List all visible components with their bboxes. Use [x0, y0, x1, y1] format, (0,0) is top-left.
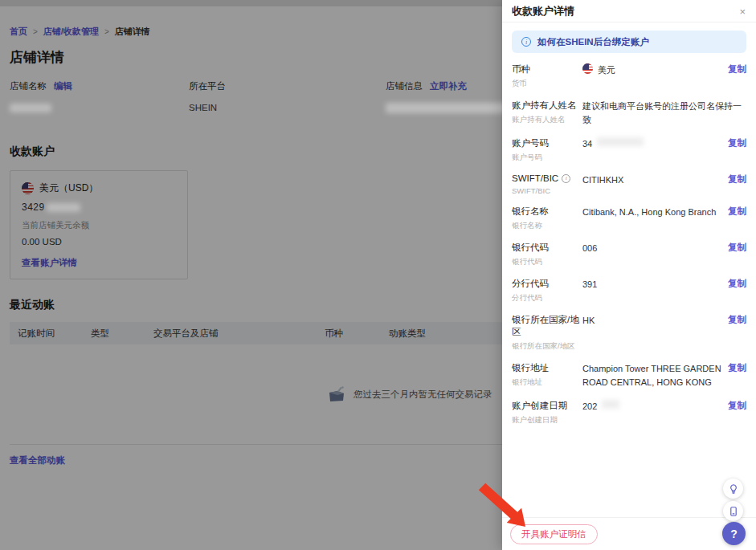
- drawer-footer: 开具账户证明信: [502, 517, 756, 550]
- account-field-value: 美元: [582, 63, 728, 77]
- account-field-label-text: 账户号码: [512, 137, 549, 149]
- account-field-label: 账户创建日期: [512, 400, 582, 412]
- info-icon: i: [521, 37, 531, 47]
- drawer-title: 收款账户详情: [512, 4, 574, 18]
- account-field-row: 账户号码账户号码34复制: [512, 137, 746, 163]
- help-button[interactable]: ?: [722, 522, 746, 545]
- copy-link[interactable]: 复制: [728, 173, 746, 185]
- account-field-labels: 银行代码银行代码: [512, 242, 582, 267]
- help-banner-text: 如何在SHEIN后台绑定账户: [537, 36, 649, 48]
- account-field-row: 账户创建日期账户创建日期202复制: [512, 400, 746, 426]
- account-field-row: 银行代码银行代码006复制: [512, 242, 746, 267]
- copy-link[interactable]: 复制: [728, 206, 746, 218]
- account-field-value-text: 391: [582, 278, 597, 291]
- account-field-label-text: 银行地址: [512, 362, 549, 374]
- account-field-row: SWIFT/BICiSWIFT/BICCITIHKHX复制: [512, 173, 746, 195]
- account-field-label-text: 银行名称: [512, 206, 549, 218]
- redacted-value: [602, 400, 619, 409]
- account-field-labels: 账户持有人姓名账户持有人姓名: [512, 100, 582, 125]
- account-field-sublabel: SWIFT/BIC: [512, 186, 582, 195]
- account-field-row: 银行名称银行名称Citibank, N.A., Hong Kong Branch…: [512, 206, 746, 231]
- account-field-value: Citibank, N.A., Hong Kong Branch: [582, 206, 728, 219]
- account-field-value-text: 34: [582, 137, 592, 151]
- copy-link[interactable]: 复制: [728, 362, 746, 374]
- account-field-labels: 银行地址银行地址: [512, 362, 582, 388]
- account-field-row: 分行代码分行代码391复制: [512, 278, 746, 304]
- account-field-labels: 账户创建日期账户创建日期: [512, 400, 582, 426]
- account-field-row: 币种货币美元复制: [512, 63, 746, 89]
- copy-link[interactable]: 复制: [728, 314, 746, 326]
- account-field-sublabel: 银行所在国家/地区: [512, 341, 582, 352]
- account-field-label: 币种: [512, 63, 582, 75]
- account-field-value-text: Champion Tower THREE GARDEN ROAD CENTRAL…: [582, 362, 723, 389]
- account-field-value: 建议和电商平台账号的注册公司名保持一致: [582, 100, 746, 127]
- account-field-label-text: 银行所在国家/地区: [512, 314, 582, 338]
- account-field-value-text: 202: [582, 400, 597, 414]
- close-icon[interactable]: ×: [739, 6, 746, 17]
- account-field-value: CITIHKHX: [582, 173, 728, 187]
- account-field-value: 006: [582, 242, 728, 255]
- account-field-sublabel: 银行地址: [512, 377, 582, 388]
- account-field-label: 银行地址: [512, 362, 582, 374]
- survey-button[interactable]: [723, 501, 743, 521]
- account-field-row: 银行所在国家/地区银行所在国家/地区HK复制: [512, 314, 746, 352]
- account-field-labels: SWIFT/BICiSWIFT/BIC: [512, 173, 582, 195]
- account-field-row: 账户持有人姓名账户持有人姓名建议和电商平台账号的注册公司名保持一致: [512, 100, 746, 127]
- account-field-value-text: Citibank, N.A., Hong Kong Branch: [582, 206, 716, 219]
- account-field-value: Champion Tower THREE GARDEN ROAD CENTRAL…: [582, 362, 728, 389]
- account-field-label: SWIFT/BICi: [512, 173, 582, 183]
- account-field-row: 银行地址银行地址Champion Tower THREE GARDEN ROAD…: [512, 362, 746, 389]
- account-field-value-text: 006: [582, 242, 597, 255]
- issue-certificate-button[interactable]: 开具账户证明信: [510, 524, 598, 544]
- redacted-value: [597, 137, 644, 146]
- account-field-value-text: CITIHKHX: [582, 173, 623, 187]
- account-field-value: 391: [582, 278, 728, 291]
- account-field-labels: 分行代码分行代码: [512, 278, 582, 304]
- account-field-sublabel: 账户持有人姓名: [512, 115, 582, 125]
- account-field-label: 账户持有人姓名: [512, 100, 582, 112]
- account-field-labels: 银行名称银行名称: [512, 206, 582, 231]
- account-field-label-text: 银行代码: [512, 242, 549, 254]
- account-field-label-text: SWIFT/BIC: [512, 173, 558, 183]
- info-icon[interactable]: i: [562, 174, 570, 183]
- account-fields-list: 币种货币美元复制账户持有人姓名账户持有人姓名建议和电商平台账号的注册公司名保持一…: [512, 63, 746, 426]
- account-field-label: 银行代码: [512, 242, 582, 254]
- account-field-labels: 银行所在国家/地区银行所在国家/地区: [512, 314, 582, 352]
- question-mark-icon: ?: [730, 528, 738, 540]
- copy-link[interactable]: 复制: [728, 242, 746, 254]
- account-field-label: 银行所在国家/地区: [512, 314, 582, 338]
- account-field-label-text: 币种: [512, 63, 530, 75]
- copy-link[interactable]: 复制: [728, 137, 746, 149]
- copy-link[interactable]: 复制: [728, 63, 746, 75]
- account-field-label-text: 账户创建日期: [512, 400, 567, 412]
- account-field-value-text: HK: [582, 314, 595, 328]
- drawer-body: i 如何在SHEIN后台绑定账户 币种货币美元复制账户持有人姓名账户持有人姓名建…: [502, 22, 756, 517]
- copy-link[interactable]: 复制: [728, 278, 746, 290]
- account-field-value: 34: [582, 137, 728, 151]
- account-field-labels: 币种货币: [512, 63, 582, 89]
- account-field-label: 账户号码: [512, 137, 582, 149]
- account-field-sublabel: 银行代码: [512, 257, 582, 267]
- account-field-value: HK: [582, 314, 728, 328]
- account-details-drawer: 收款账户详情 × i 如何在SHEIN后台绑定账户 币种货币美元复制账户持有人姓…: [502, 0, 756, 550]
- us-flag-icon: [582, 63, 593, 74]
- account-field-sublabel: 账户号码: [512, 153, 582, 163]
- account-field-labels: 账户号码账户号码: [512, 137, 582, 163]
- redacted-account-number: [47, 203, 80, 212]
- account-field-label-text: 账户持有人姓名: [512, 100, 577, 112]
- account-field-sublabel: 货币: [512, 79, 582, 89]
- account-field-sublabel: 账户创建日期: [512, 415, 582, 426]
- account-field-sublabel: 分行代码: [512, 293, 582, 304]
- account-field-value-text: 美元: [598, 63, 615, 77]
- lightbulb-icon: [728, 483, 739, 495]
- drawer-header: 收款账户详情 ×: [502, 0, 756, 22]
- tips-button[interactable]: [723, 479, 743, 499]
- copy-link[interactable]: 复制: [728, 400, 746, 412]
- account-field-label: 银行名称: [512, 206, 582, 218]
- help-banner[interactable]: i 如何在SHEIN后台绑定账户: [512, 31, 746, 53]
- account-field-label-text: 分行代码: [512, 278, 549, 290]
- account-field-label: 分行代码: [512, 278, 582, 290]
- redacted-value: [10, 104, 51, 112]
- account-field-sublabel: 银行名称: [512, 221, 582, 231]
- document-icon: [728, 506, 739, 517]
